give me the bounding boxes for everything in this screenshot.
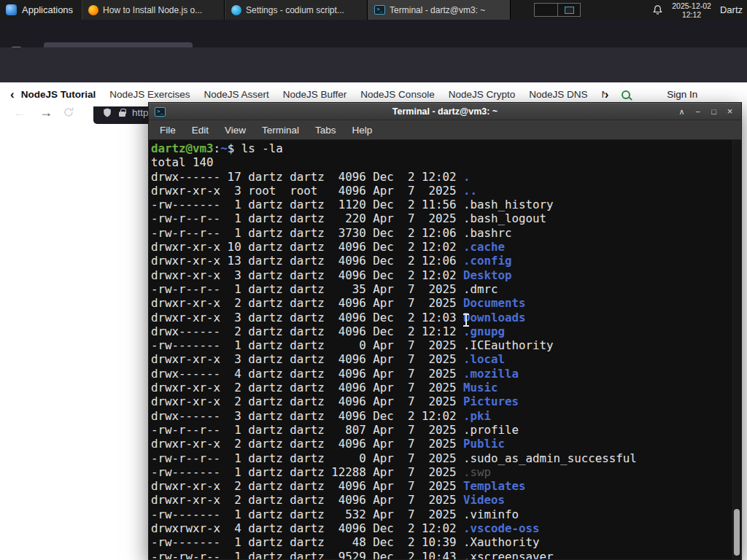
taskbar: How to Install Node.js o... Settings - c… <box>82 0 511 20</box>
nav-scroll-right-icon[interactable]: › <box>605 88 609 102</box>
terminal-output-line: dartz@vm3:~$ ls -la <box>151 141 741 155</box>
site-nav-item-buffer[interactable]: NodeJS Buffer <box>283 89 347 100</box>
codium-icon <box>231 5 241 15</box>
terminal-output-line: drwxr-xr-x 3 dartz dartz 4096 Apr 7 2025… <box>151 352 741 366</box>
terminal-output-line: drwxr-xr-x 2 dartz dartz 4096 Apr 7 2025… <box>151 394 741 408</box>
site-nav-item-tutorial[interactable]: NodeJS Tutorial <box>21 89 96 100</box>
terminal-output-line: drwxr-xr-x 2 dartz dartz 4096 Apr 7 2025… <box>151 381 741 394</box>
terminal-menubar: File Edit View Terminal Tabs Help <box>149 120 741 140</box>
terminal-output-line: -rw------- 1 dartz dartz 532 Apr 7 2025 … <box>151 508 741 521</box>
terminal-window-icon: >_ <box>155 107 166 117</box>
menu-tabs[interactable]: Tabs <box>307 125 344 136</box>
taskbar-window-browser[interactable]: How to Install Node.js o... <box>82 0 225 20</box>
terminal-output-line: drwxr-xr-x 3 dartz dartz 4096 Dec 2 12:0… <box>151 268 741 282</box>
terminal-output-line: drwxr-xr-x 10 dartz dartz 4096 Dec 2 12:… <box>151 240 741 254</box>
desktop-panel: Applications How to Install Node.js o...… <box>0 0 747 20</box>
terminal-close-button[interactable]: × <box>723 104 737 119</box>
terminal-output-line: drwxr-xr-x 2 dartz dartz 4096 Apr 7 2025… <box>151 437 741 451</box>
applications-menu[interactable]: Applications <box>0 0 82 20</box>
terminal-output-line: -rw------- 1 dartz dartz 0 Apr 7 2025 .I… <box>151 338 741 352</box>
taskbar-window-title: Terminal - dartz@vm3: ~ <box>390 5 485 15</box>
taskbar-window-title: How to Install Node.js o... <box>103 5 202 15</box>
terminal-output-line: drwxr-xr-x 2 dartz dartz 4096 Apr 7 2025… <box>151 479 741 493</box>
terminal-output-line: -rw-r--r-- 1 dartz dartz 220 Apr 7 2025 … <box>151 211 741 225</box>
terminal-window-title: Terminal - dartz@vm3: ~ <box>149 106 741 117</box>
terminal-output-line: drwxr-xr-x 2 dartz dartz 4096 Apr 7 2025… <box>151 296 741 310</box>
workspace-1[interactable] <box>535 4 557 16</box>
workspace-window-icon <box>565 7 574 14</box>
terminal-output-line: drwxr-xr-x 3 dartz dartz 4096 Dec 2 12:0… <box>151 311 741 324</box>
terminal-window: >_ Terminal - dartz@vm3: ~ ∧ − □ × File … <box>148 102 742 560</box>
terminal-output-line: -rw-rw-r-- 1 dartz dartz 9529 Dec 2 10:4… <box>151 550 741 559</box>
menu-view[interactable]: View <box>217 125 254 136</box>
menu-edit[interactable]: Edit <box>184 125 217 136</box>
terminal-output-line: drwx------ 3 dartz dartz 4096 Dec 2 12:0… <box>151 409 741 423</box>
system-tray: 2025-12-02 12:12 Dartz <box>652 0 747 20</box>
panel-clock[interactable]: 2025-12-02 12:12 <box>672 1 711 19</box>
sign-in-button[interactable]: Sign In <box>667 89 697 100</box>
site-nav-item-assert[interactable]: NodeJS Assert <box>204 89 268 100</box>
applications-icon <box>6 4 17 15</box>
site-nav-item-console[interactable]: NodeJS Console <box>360 89 434 100</box>
site-nav-item-exercises[interactable]: NodeJS Exercises <box>109 89 190 100</box>
terminal-scrollbar-thumb[interactable] <box>734 509 740 556</box>
notification-bell-icon[interactable] <box>652 4 663 15</box>
terminal-output-line: drwxr-xr-x 2 dartz dartz 4096 Apr 7 2025… <box>151 493 741 507</box>
taskbar-window-terminal[interactable]: >_ Terminal - dartz@vm3: ~ <box>368 0 511 20</box>
browser-nav-toolbar: ← → https://www.geeksforgeeks.org/node-j… <box>0 47 747 82</box>
nav-scroll-left-icon[interactable]: ‹ <box>10 88 15 102</box>
terminal-output-line: -rw-r--r-- 1 dartz dartz 807 Apr 7 2025 … <box>151 423 741 437</box>
clock-date: 2025-12-02 <box>672 1 711 10</box>
terminal-output-line: -rw------- 1 dartz dartz 1120 Dec 2 11:5… <box>151 198 741 211</box>
terminal-lines: dartz@vm3:~$ ls -latotal 140drwx------ 1… <box>151 141 741 559</box>
terminal-minimize-button[interactable]: − <box>691 104 705 119</box>
applications-label: Applications <box>22 4 73 15</box>
taskbar-window-codium[interactable]: Settings - codium script... <box>225 0 368 20</box>
workspace-switcher[interactable] <box>534 3 581 17</box>
site-nav-items: NodeJS Tutorial NodeJS Exercises NodeJS … <box>21 89 605 100</box>
menu-file[interactable]: File <box>152 125 184 136</box>
terminal-maximize-button[interactable]: □ <box>707 104 721 119</box>
terminal-output-line: -rw-r--r-- 1 dartz dartz 3730 Dec 2 12:0… <box>151 226 741 240</box>
terminal-shade-button[interactable]: ∧ <box>675 104 689 119</box>
terminal-window-controls: ∧ − □ × <box>675 104 741 119</box>
terminal-scrollbar[interactable] <box>732 140 741 559</box>
terminal-output-line: drwxr-xr-x 3 root root 4096 Apr 7 2025 .… <box>151 184 741 198</box>
terminal-output-line: -rw-r--r-- 1 dartz dartz 35 Apr 7 2025 .… <box>151 282 741 296</box>
workspace-2[interactable] <box>557 4 580 16</box>
clock-time: 12:12 <box>672 10 711 19</box>
terminal-output-line: drwx------ 17 dartz dartz 4096 Dec 2 12:… <box>151 170 741 184</box>
terminal-output-line: -rw------- 1 dartz dartz 48 Dec 2 10:39 … <box>151 535 741 549</box>
terminal-output-line: drwxr-xr-x 13 dartz dartz 4096 Dec 2 12:… <box>151 254 741 268</box>
terminal-output-line: -rw------- 1 dartz dartz 12288 Apr 7 202… <box>151 465 741 479</box>
terminal-output-line: drwx------ 2 dartz dartz 4096 Dec 2 12:1… <box>151 324 741 338</box>
terminal-icon: >_ <box>374 5 385 15</box>
user-menu[interactable]: Dartz <box>720 4 743 15</box>
search-icon[interactable] <box>622 90 630 99</box>
terminal-output-line: drwx------ 4 dartz dartz 4096 Apr 7 2025… <box>151 367 741 381</box>
site-nav-item-dns[interactable]: NodeJS DNS <box>529 89 587 100</box>
menu-help[interactable]: Help <box>344 125 381 136</box>
terminal-titlebar[interactable]: >_ Terminal - dartz@vm3: ~ ∧ − □ × <box>149 103 741 120</box>
reload-button[interactable] <box>63 106 85 118</box>
browser-tab-bar: How to Install Node.js on... × + ∨ − □ × <box>0 20 747 47</box>
taskbar-window-title: Settings - codium script... <box>246 5 344 15</box>
https-lock-icon[interactable] <box>119 112 125 117</box>
firefox-icon <box>88 5 98 15</box>
terminal-output[interactable]: dartz@vm3:~$ ls -latotal 140drwx------ 1… <box>149 140 741 559</box>
site-nav-item-crypto[interactable]: NodeJS Crypto <box>449 89 516 100</box>
tracking-shield-icon[interactable] <box>102 107 112 118</box>
menu-terminal[interactable]: Terminal <box>254 125 307 136</box>
text-cursor-icon <box>465 315 467 325</box>
terminal-output-line: drwxrwxr-x 4 dartz dartz 4096 Dec 2 12:0… <box>151 521 741 535</box>
terminal-output-line: -rw-r--r-- 1 dartz dartz 0 Apr 7 2025 .s… <box>151 451 741 465</box>
terminal-output-line: total 140 <box>151 155 741 169</box>
